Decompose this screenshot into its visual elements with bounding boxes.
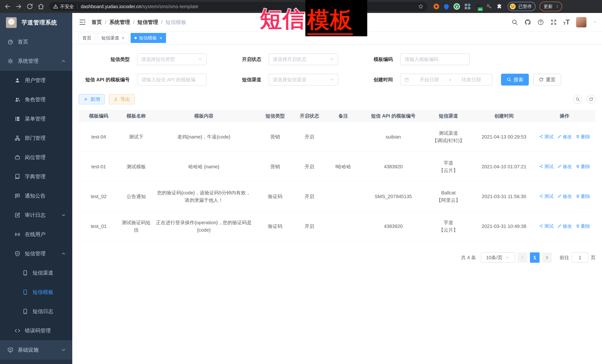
sidebar-item-sms-template[interactable]: 短信模板 [0, 282, 72, 302]
chevron-right-icon [545, 256, 549, 260]
test-link[interactable]: 测试 [539, 222, 554, 230]
sidebar-fold-icon[interactable] [79, 18, 86, 26]
sidebar-item-sms-log[interactable]: 短信日志 [0, 302, 72, 321]
security-warning[interactable]: 不安全 [53, 3, 74, 10]
user-avatar[interactable] [576, 17, 586, 27]
delete-link[interactable]: 删除 [576, 193, 590, 200]
breadcrumb-home[interactable]: 首页 [92, 19, 102, 26]
col-sms-type: 短信类型 [254, 110, 296, 122]
extensions-puzzle-icon[interactable] [496, 4, 502, 9]
edit-link[interactable]: 修改 [557, 163, 572, 170]
browser-menu-icon[interactable] [555, 4, 559, 9]
sidebar: 芋道管理系统 首页 系统管理 用户管理 角色管理 菜单管理 部门管理 岗位管理 [0, 13, 72, 364]
sidebar-item-home[interactable]: 首页 [0, 32, 72, 52]
prev-page-button[interactable] [518, 252, 527, 263]
cell-status: 开启 [296, 211, 322, 241]
sidebar-item-menus[interactable]: 菜单管理 [0, 109, 72, 128]
font-size-icon[interactable]: TT [563, 19, 570, 26]
profile-avatar-icon [509, 3, 516, 10]
avatar-caret-icon[interactable] [593, 20, 597, 24]
sidebar-item-departments[interactable]: 部门管理 [0, 128, 72, 148]
back-icon[interactable] [4, 3, 11, 10]
breadcrumb-sms[interactable]: 短信管理 [138, 19, 158, 26]
sidebar-item-posts[interactable]: 岗位管理 [0, 148, 72, 167]
sidebar-item-label: 基础设施 [18, 346, 39, 354]
toggle-search-button[interactable] [573, 95, 582, 104]
refresh-table-button[interactable] [587, 95, 595, 104]
app-logo-row[interactable]: 芋道管理系统 [0, 13, 72, 32]
address-bar[interactable]: 不安全 dashboard.yudao.iocoder.cn/system/sm… [49, 2, 427, 11]
dashboard-icon [7, 39, 13, 45]
table-row: test_02 公告通知 您的验证码{code}，该验证码5分钟内有效，请勿泄漏… [79, 182, 595, 211]
sidebar-item-system[interactable]: 系统管理 [0, 52, 72, 71]
test-link[interactable]: 测试 [539, 133, 554, 140]
page-size-select[interactable]: 10条/页 [481, 252, 515, 263]
tab-home[interactable]: 首页 [79, 33, 95, 43]
extension-drop-icon[interactable] [443, 3, 450, 10]
add-button[interactable]: 新增 [79, 94, 105, 104]
reload-icon[interactable] [26, 3, 33, 10]
sidebar-item-infra[interactable]: 基础设施 [0, 340, 72, 360]
sidebar-item-online-users[interactable]: 在线用户 [0, 225, 72, 244]
share-icon [539, 164, 543, 168]
github-icon[interactable] [524, 19, 531, 26]
forward-icon[interactable] [15, 3, 22, 10]
open-status-select[interactable]: 请选择开启状态 [269, 53, 338, 65]
delete-link[interactable]: 删除 [576, 163, 590, 170]
home-icon[interactable] [37, 3, 44, 10]
sidebar-item-sms[interactable]: 短信管理 [0, 244, 72, 263]
tab-sms-template[interactable]: 短信模板× [131, 33, 166, 43]
test-link[interactable]: 测试 [539, 193, 554, 200]
sms-channel-select[interactable]: 请选择短信渠道 [269, 74, 338, 85]
col-open-status: 开启状态 [296, 110, 322, 122]
export-button[interactable]: 导出 [109, 94, 135, 104]
table-header-row: 模板编码 模板名称 模板内容 短信类型 开启状态 备注 短信 API 的模板编号… [79, 110, 595, 122]
delete-link[interactable]: 删除 [576, 222, 590, 230]
sidebar-item-error-codes[interactable]: 错误码管理 [0, 321, 72, 340]
filter-label: 模板编码 [342, 56, 393, 62]
extension-list-icon[interactable]: on [475, 3, 481, 10]
cell-code: test-01 [79, 152, 118, 182]
fullscreen-icon[interactable] [550, 19, 557, 26]
goto-page-input[interactable] [572, 252, 588, 263]
browser-update-button[interactable]: 更新 [539, 2, 562, 11]
edit-link[interactable]: 修改 [557, 133, 572, 140]
extension-key-icon[interactable] [486, 4, 492, 9]
cell-actions: 测试修改删除 [534, 122, 595, 152]
sms-type-select[interactable]: 请选择短信类型 [137, 53, 207, 65]
sidebar-item-notices[interactable]: 通知公告 [0, 186, 72, 206]
search-button[interactable]: 搜索 [501, 74, 529, 85]
edit-link[interactable]: 修改 [557, 222, 572, 230]
cell-status: 开启 [296, 122, 322, 152]
extension-green-icon[interactable]: y [454, 3, 460, 10]
sidebar-item-roles[interactable]: 角色管理 [0, 90, 72, 109]
col-remark: 备注 [322, 110, 364, 122]
extension-ring-icon[interactable] [434, 4, 439, 9]
close-icon[interactable]: × [122, 36, 125, 40]
breadcrumb-system[interactable]: 系统管理 [109, 19, 130, 26]
close-icon[interactable]: × [159, 36, 162, 40]
extension-grid-icon[interactable] [465, 4, 470, 9]
bookmark-star-icon[interactable] [418, 4, 424, 9]
api-template-id-input[interactable] [141, 77, 203, 83]
next-page-button[interactable] [542, 252, 552, 263]
test-link[interactable]: 测试 [539, 163, 554, 170]
sidebar-item-audit-log[interactable]: 审计日志 [0, 206, 72, 225]
browser-profile[interactable]: 已暂停 [508, 2, 536, 11]
reset-button[interactable]: 重置 [533, 74, 561, 85]
page-number-1[interactable]: 1 [530, 252, 539, 263]
delete-link[interactable]: 删除 [576, 133, 590, 140]
sidebar-item-dict[interactable]: 字典管理 [0, 167, 72, 186]
profile-label: 已暂停 [518, 3, 532, 10]
cell-actions: 测试修改删除 [534, 182, 595, 211]
tab-sms-channel[interactable]: 短信渠道× [97, 33, 129, 43]
sidebar-item-users[interactable]: 用户管理 [0, 71, 72, 90]
org-chart-icon [14, 135, 20, 141]
help-icon[interactable] [537, 19, 544, 26]
sidebar-item-sms-channel[interactable]: 短信渠道 [0, 263, 72, 282]
edit-link[interactable]: 修改 [557, 193, 572, 200]
template-code-input[interactable] [404, 56, 466, 62]
shield-check-icon [14, 251, 20, 257]
search-icon[interactable] [511, 19, 518, 26]
date-range-picker[interactable]: 开始日期 - 结束日期 [400, 74, 493, 85]
